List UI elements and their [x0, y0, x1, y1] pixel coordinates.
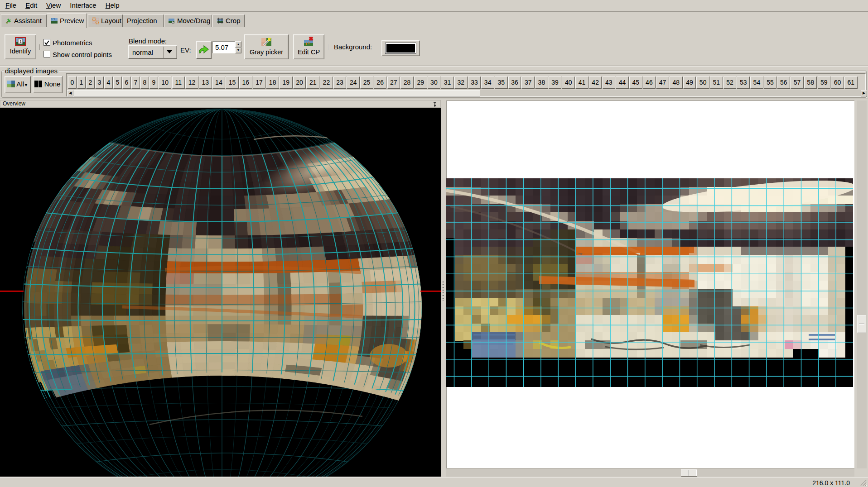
svg-text:1: 1 — [19, 39, 22, 44]
svg-text:GL: GL — [52, 18, 55, 21]
